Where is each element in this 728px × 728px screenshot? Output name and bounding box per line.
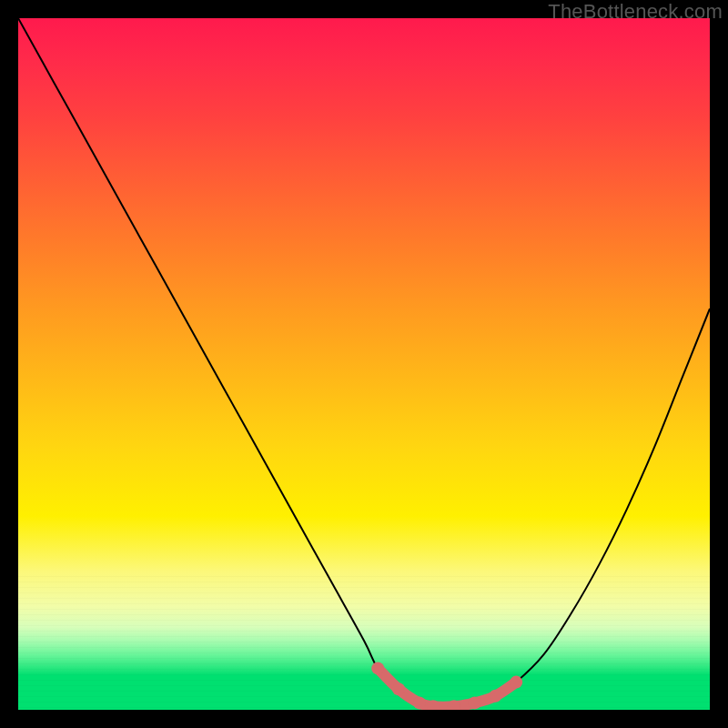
chart-frame: TheBottleneck.com — [0, 0, 728, 728]
trough-marker-dots — [371, 662, 522, 710]
trough-marker-dot — [469, 696, 481, 709]
chart-svg-layer — [18, 18, 710, 710]
trough-marker-dot — [413, 696, 426, 709]
trough-marker-dot — [427, 700, 440, 710]
trough-marker-dot — [371, 662, 384, 674]
trough-marker-dot — [448, 700, 460, 710]
trough-marker-dot — [510, 676, 522, 689]
trough-marker-dot — [489, 690, 501, 703]
curve-line — [18, 18, 710, 707]
chart-plot-area — [18, 18, 710, 710]
trough-marker-dot — [392, 682, 405, 695]
gradient-banding — [18, 571, 710, 710]
trough-marker-path — [378, 668, 516, 706]
